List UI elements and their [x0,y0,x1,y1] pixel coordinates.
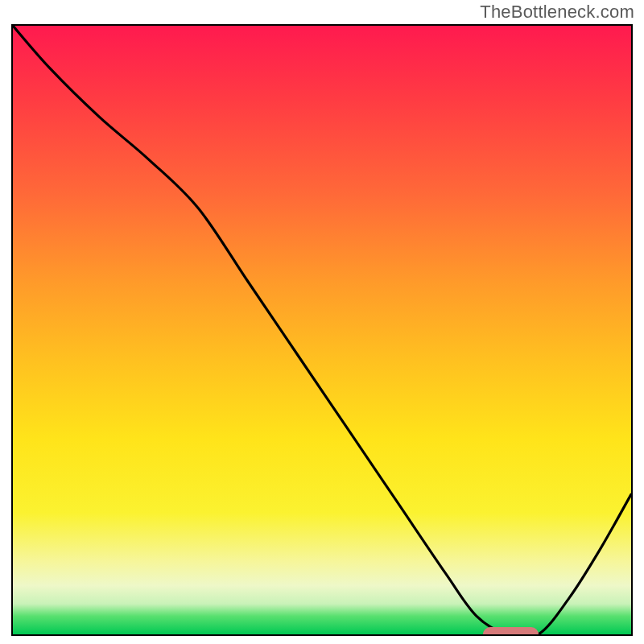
watermark-text: TheBottleneck.com [480,2,634,23]
bottleneck-plot [11,24,633,636]
curve-layer [13,26,631,634]
optimal-range-marker [483,627,539,636]
bottleneck-curve-path [13,26,631,634]
